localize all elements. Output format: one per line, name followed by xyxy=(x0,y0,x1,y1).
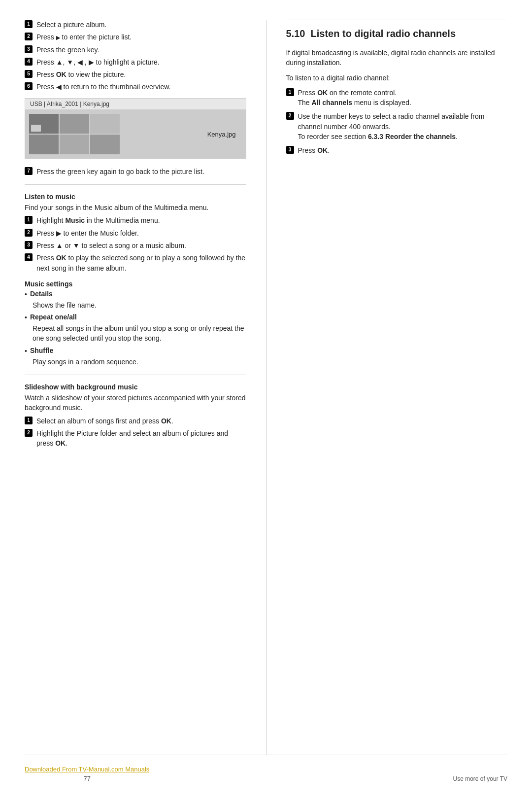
step-2: 2 Press to enter the picture list. xyxy=(25,32,246,42)
thumb-cell-2 xyxy=(60,114,89,134)
step-5: 5 Press OK to view the picture. xyxy=(25,70,246,79)
ok-bold-r1: OK xyxy=(317,89,328,97)
step-7: 7 Press the green key again to go back t… xyxy=(25,167,246,176)
slideshow-section: Slideshow with background music Watch a … xyxy=(25,383,246,448)
step-badge-1: 1 xyxy=(25,20,33,28)
music-badge-1: 1 xyxy=(25,216,33,224)
setting-repeat-label: Repeat one/all xyxy=(30,313,77,321)
music-step-3: 3 Press ▲ or ▼ to select a song or a mus… xyxy=(25,241,246,250)
radio-step-2: 2 Use the number keys to select a radio … xyxy=(286,111,508,141)
music-step-4-text: Press OK to play the selected song or to… xyxy=(36,253,246,273)
thumb-cell-5 xyxy=(60,135,89,154)
shuffle-bold: Shuffle xyxy=(30,347,53,354)
music-step-2: 2 Press ▶ to enter the Music folder. xyxy=(25,228,246,238)
setting-shuffle-label: Shuffle xyxy=(30,347,53,354)
step-6-text: Press ◀ to return to the thumbnail overv… xyxy=(36,82,170,92)
section-title-text: Listen to digital radio channels xyxy=(311,28,456,39)
page-number: 77 xyxy=(25,775,149,782)
allchannels-bold: All channels xyxy=(312,99,352,106)
setting-details: • Details xyxy=(25,290,246,298)
step-6: 6 Press ◀ to return to the thumbnail ove… xyxy=(25,82,246,92)
step-5-text: Press OK to view the picture. xyxy=(36,70,126,79)
ok-bold-m4: OK xyxy=(56,254,66,262)
details-desc: Shows the file name. xyxy=(33,300,246,310)
picture-steps: 1 Select a picture album. 2 Press to ent… xyxy=(25,20,246,92)
music-step-1-text: Highlight Music in the Multimedia menu. xyxy=(36,215,160,225)
radio-badge-2: 2 xyxy=(286,112,294,120)
step-4: 4 Press ▲, ▼, ◀ , ▶ to highlight a pictu… xyxy=(25,57,246,67)
divider-1 xyxy=(25,184,246,185)
music-bold: Music xyxy=(65,216,85,224)
footer-link[interactable]: Downloaded From TV-Manual.com Manuals xyxy=(25,766,149,773)
radio-step-1-text: Press OK on the remote control.The All c… xyxy=(298,88,411,108)
ok-bold-5: OK xyxy=(56,70,66,78)
left-column: 1 Select a picture album. 2 Press to ent… xyxy=(25,20,246,755)
music-step-4: 4 Press OK to play the selected song or … xyxy=(25,253,246,273)
thumb-cell-6 xyxy=(90,135,120,154)
section-title-area: 5.10 Listen to digital radio channels xyxy=(286,20,508,40)
divider-2 xyxy=(25,375,246,375)
music-step-1: 1 Highlight Music in the Multimedia menu… xyxy=(25,215,246,225)
footer: Downloaded From TV-Manual.com Manuals 77… xyxy=(25,755,507,782)
section-number: 5.10 xyxy=(286,28,305,39)
right-column: 5.10 Listen to digital radio channels If… xyxy=(266,20,508,755)
right-intro-2: To listen to a digital radio channel: xyxy=(286,73,508,83)
slideshow-step-1: 1 Select an album of songs first and pre… xyxy=(25,416,246,426)
setting-shuffle: • Shuffle xyxy=(25,347,246,355)
setting-repeat: • Repeat one/all xyxy=(25,313,246,321)
repeat-bold: Repeat one/all xyxy=(30,313,77,321)
step-7-text: Press the green key again to go back to … xyxy=(36,167,204,176)
radio-step-3-text: Press OK. xyxy=(298,145,330,155)
step-badge-5: 5 xyxy=(25,70,33,78)
digital-radio-steps: 1 Press OK on the remote control.The All… xyxy=(286,88,508,156)
bullet-dot-3: • xyxy=(25,347,27,355)
ok-bold-s1: OK xyxy=(161,417,171,425)
ok-bold-s2: OK xyxy=(55,439,66,447)
thumb-filename: Kenya.jpg xyxy=(207,130,236,138)
thumb-cell-3 xyxy=(90,114,120,134)
step-1: 1 Select a picture album. xyxy=(25,20,246,30)
ok-bold-r3: OK xyxy=(317,146,328,154)
listen-music-intro: Find your songs in the Music album of th… xyxy=(25,203,246,212)
music-badge-3: 3 xyxy=(25,241,33,249)
listen-music-heading: Listen to music xyxy=(25,193,246,201)
music-settings-section: Music settings • Details Shows the file … xyxy=(25,280,246,367)
step-badge-3: 3 xyxy=(25,45,33,53)
slideshow-step-2-text: Highlight the Picture folder and select … xyxy=(36,428,246,449)
step-3: 3 Press the green key. xyxy=(25,45,246,55)
repeat-desc: Repeat all songs in the album until you … xyxy=(33,323,246,344)
details-bold: Details xyxy=(30,290,53,298)
step-badge-6: 6 xyxy=(25,82,33,90)
radio-step-1: 1 Press OK on the remote control.The All… xyxy=(286,88,508,108)
music-badge-4: 4 xyxy=(25,253,33,261)
radio-step-2-text: Use the number keys to select a radio ch… xyxy=(298,111,508,141)
step-badge-7: 7 xyxy=(25,167,33,175)
thumb-cell-1 xyxy=(29,114,59,134)
thumbnail-box: USB | Afrika_2001 | Kenya.jpg Kenya.jpg xyxy=(25,98,246,159)
music-step-2-text: Press ▶ to enter the Music folder. xyxy=(36,228,139,238)
step-badge-2: 2 xyxy=(25,33,33,40)
setting-details-label: Details xyxy=(30,290,53,298)
step-2-text: Press to enter the picture list. xyxy=(36,32,132,42)
footer-left: Downloaded From TV-Manual.com Manuals 77 xyxy=(25,765,149,782)
content-area: 1 Select a picture album. 2 Press to ent… xyxy=(25,20,507,755)
page: 1 Select a picture album. 2 Press to ent… xyxy=(0,0,532,802)
music-step-3-text: Press ▲ or ▼ to select a song or a music… xyxy=(36,241,186,250)
arrow-right-icon xyxy=(56,33,60,41)
thumb-grid xyxy=(25,110,124,158)
music-badge-2: 2 xyxy=(25,229,33,237)
right-intro-1: If digital broadcasting is available, di… xyxy=(286,48,508,68)
reorder-bold: 6.3.3 Reorder the channels xyxy=(368,133,456,140)
usb-breadcrumb: USB | Afrika_2001 | Kenya.jpg xyxy=(25,98,246,109)
step-4-text: Press ▲, ▼, ◀ , ▶ to highlight a picture… xyxy=(36,57,160,67)
radio-badge-3: 3 xyxy=(286,146,294,154)
slideshow-step-2: 2 Highlight the Picture folder and selec… xyxy=(25,428,246,449)
music-settings-heading: Music settings xyxy=(25,280,246,288)
footer-right-text: Use more of your TV xyxy=(453,775,507,782)
bullet-dot-1: • xyxy=(25,290,27,298)
thumb-cell-4 xyxy=(29,135,59,154)
slideshow-heading: Slideshow with background music xyxy=(25,383,246,391)
step-1-text: Select a picture album. xyxy=(36,20,106,30)
shuffle-desc: Play songs in a random sequence. xyxy=(33,357,246,367)
slideshow-badge-2: 2 xyxy=(25,429,33,437)
